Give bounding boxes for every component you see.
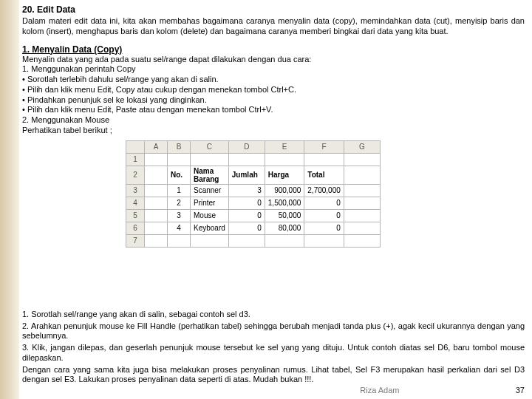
row-header: 1 (126, 153, 145, 166)
row-header: 7 (126, 234, 145, 247)
cell: 0 (228, 197, 265, 209)
row-header: 4 (126, 197, 145, 209)
page-content: 20. Edit Data Dalam materi edit data ini… (22, 4, 525, 253)
col-header: G (344, 140, 380, 153)
col-header: A (145, 140, 168, 153)
cell: 4 (168, 222, 191, 234)
table-header-cell: Jumlah (228, 166, 265, 184)
sheet-corner (126, 140, 145, 153)
cell: 3 (228, 184, 265, 197)
table-header-cell: Nama Barang (191, 166, 229, 184)
col-header: E (265, 140, 304, 153)
col-header: B (168, 140, 191, 153)
table-header-cell: Total (304, 166, 344, 184)
table-row: 4 2 Printer 0 1,500,000 0 (126, 197, 381, 209)
table-row: 6 4 Keyboard 0 80,000 0 (126, 222, 381, 234)
text-line: 1. Menggunakan perintah Copy (22, 64, 525, 75)
subsection-title: 1. Menyalin Data (Copy) (22, 44, 525, 55)
text-line: 3. Klik, jangan dilepas, dan geserlah pe… (22, 343, 525, 364)
side-accent (0, 0, 19, 399)
row-header: 3 (126, 184, 145, 197)
cell: 50,000 (265, 209, 304, 222)
cell: 0 (228, 222, 265, 234)
spreadsheet-table: A B C D E F G 1 2 No. Nama Barang Jumlah… (126, 140, 525, 248)
table-row: 3 1 Scanner 3 900,000 2,700,000 (126, 184, 381, 197)
text-line: 2. Menggunakan Mouse (22, 115, 525, 126)
cell: 1 (168, 184, 191, 197)
cell: Keyboard (191, 222, 229, 234)
cell: 900,000 (265, 184, 304, 197)
cell: 1,500,000 (265, 197, 304, 209)
cell: Mouse (191, 209, 229, 222)
cell: 0 (304, 197, 344, 209)
table-header-cell: No. (168, 166, 191, 184)
row-header: 2 (126, 166, 145, 184)
col-header: C (191, 140, 229, 153)
table-row: 5 3 Mouse 0 50,000 0 (126, 209, 381, 222)
cell: 0 (304, 209, 344, 222)
cell: 0 (228, 209, 265, 222)
text-line: • Sorotlah terlebih dahulu sel/range yan… (22, 75, 525, 85)
cell: Scanner (191, 184, 229, 197)
row-header: 5 (126, 209, 145, 222)
section-title: 20. Edit Data (22, 4, 525, 15)
cell: 3 (168, 209, 191, 222)
author-name: Riza Adam (360, 386, 399, 395)
cell: 0 (304, 222, 344, 234)
col-header: F (304, 140, 344, 153)
col-header: D (228, 140, 265, 153)
footer-block: 1. Sorotlah sel/range yang akan di salin… (22, 308, 525, 395)
copy-steps: Menyalin data yang ada pada suatu sel/ra… (22, 55, 525, 136)
row-header: 6 (126, 222, 145, 234)
cell: 2,700,000 (304, 184, 344, 197)
table-header-cell: Harga (265, 166, 304, 184)
cell: 2 (168, 197, 191, 209)
cell: Printer (191, 197, 229, 209)
page-number: 37 (516, 386, 525, 395)
text-line: • Pindahkan penunjuk sel ke lokasi yang … (22, 95, 525, 106)
text-line: • Pilih dan klik menu Edit, Paste atau d… (22, 105, 525, 115)
text-line: 2. Arahkan penunjuk mouse ke Fill Handle… (22, 321, 525, 342)
intro-paragraph: Dalam materi edit data ini, kita akan me… (22, 16, 525, 37)
text-line: • Pilih dan klik menu Edit, Copy atau cu… (22, 85, 525, 95)
text-line: Dengan cara yang sama kita juga bisa mel… (22, 365, 525, 386)
text-line: Perhatikan tabel berikut ; (22, 126, 525, 136)
cell: 80,000 (265, 222, 304, 234)
text-line: Menyalin data yang ada pada suatu sel/ra… (22, 55, 525, 65)
text-line: 1. Sorotlah sel/range yang akan di salin… (22, 310, 525, 320)
